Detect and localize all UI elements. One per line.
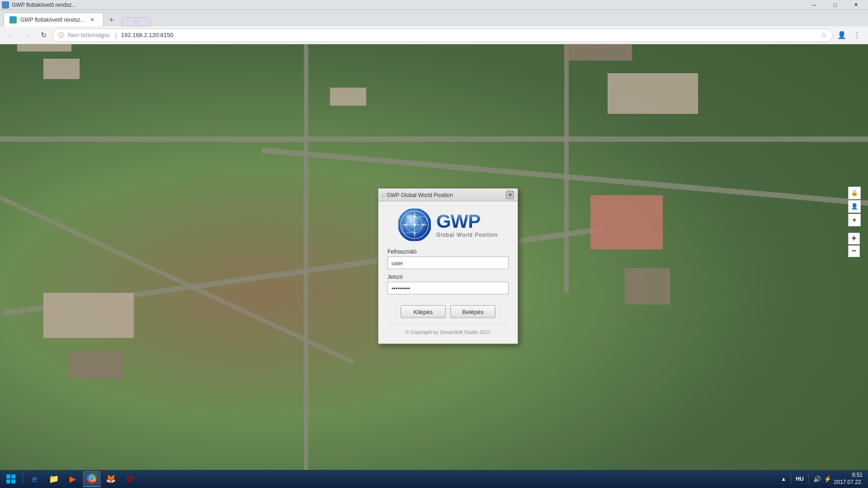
gwp-logo: GWP Global World Position xyxy=(398,209,498,241)
zoom-in-button[interactable]: + xyxy=(848,233,860,244)
system-clock[interactable]: 8:51 2017.07.22. xyxy=(834,472,863,486)
forward-button[interactable]: → xyxy=(20,28,34,42)
map-lock-icon[interactable]: 🔒 xyxy=(848,187,861,199)
firefox-button[interactable]: 🦊 xyxy=(102,471,120,487)
language-indicator[interactable]: HU xyxy=(796,476,803,482)
taskbar-divider-2 xyxy=(791,474,791,484)
new-tab-button[interactable]: + xyxy=(105,14,118,26)
other-tab-item[interactable] xyxy=(122,17,135,26)
back-button[interactable]: ← xyxy=(4,28,18,42)
start-button[interactable] xyxy=(2,471,20,487)
chrome-button[interactable] xyxy=(83,471,101,487)
taskbar-divider-1 xyxy=(23,474,23,484)
svg-rect-12 xyxy=(6,474,10,479)
tab-favicon-icon xyxy=(9,16,17,23)
svg-point-11 xyxy=(413,224,416,226)
password-label: Jelszó xyxy=(387,274,509,280)
forward-icon: → xyxy=(24,31,31,39)
tab-title-text: GWP flottakövető rendsz... xyxy=(20,17,85,23)
volume-icon[interactable]: 🔊 xyxy=(813,475,821,483)
address-input[interactable] xyxy=(121,32,817,38)
nav-right-icons: 👤 ⋮ xyxy=(835,28,864,42)
media-icon: ▶ xyxy=(67,474,78,484)
dialog-close-icon: ✕ xyxy=(508,192,512,198)
settings-button[interactable]: ⋮ xyxy=(850,28,864,42)
clock-time: 8:51 xyxy=(852,472,863,479)
map-star-icon[interactable]: ★ xyxy=(848,214,861,226)
dialog-footer: © Copyright by SimonSoft Stúdió 2017 xyxy=(387,324,509,335)
maximize-button[interactable]: □ xyxy=(825,0,845,10)
dialog-close-button[interactable]: ✕ xyxy=(506,191,514,199)
windows-icon xyxy=(5,474,16,484)
tab-close-button[interactable]: ✕ xyxy=(89,16,96,23)
taskbar-right: ▲ HU 🔊 ⚡ 8:51 2017.07.22. xyxy=(781,472,866,486)
svg-rect-13 xyxy=(11,474,15,479)
ie-button[interactable]: e xyxy=(26,471,44,487)
chrome-icon xyxy=(86,473,97,484)
dialog-title: :: GWP Global World Position xyxy=(382,192,453,198)
svg-rect-14 xyxy=(6,479,10,483)
login-button[interactable]: Belépés xyxy=(450,305,495,318)
dialog-body: GWP Global World Position Felhasználó Je… xyxy=(378,202,518,344)
opera-button[interactable]: O xyxy=(121,471,139,487)
map-person-icon[interactable]: 👤 xyxy=(848,200,861,213)
explorer-icon: 📁 xyxy=(48,474,59,484)
bookmark-icon[interactable]: ☆ xyxy=(821,31,827,39)
explorer-button[interactable]: 📁 xyxy=(45,471,63,487)
zoom-out-button[interactable]: − xyxy=(848,245,860,257)
opera-icon: O xyxy=(124,474,135,484)
gwp-text-container: GWP Global World Position xyxy=(436,212,498,238)
globe-icon xyxy=(398,209,431,241)
back-icon: ← xyxy=(7,31,14,39)
dialog-titlebar: :: GWP Global World Position ✕ xyxy=(378,189,518,202)
dialog-buttons: Kilépés Belépés xyxy=(387,305,509,318)
username-input[interactable] xyxy=(387,257,509,269)
gwp-brand-text: GWP xyxy=(436,212,480,231)
other-tab-item2[interactable] xyxy=(137,17,151,26)
tab-favicon xyxy=(2,1,9,9)
power-icon[interactable]: ⚡ xyxy=(824,475,831,483)
username-group: Felhasználó xyxy=(387,249,509,269)
gwp-subtitle-text: Global World Position xyxy=(436,232,498,238)
browser-tab[interactable]: GWP flottakövető rendsz... ✕ xyxy=(4,13,104,26)
title-bar-text: GWP flottakövető rendsz... xyxy=(12,2,76,8)
password-group: Jelszó xyxy=(387,274,509,295)
minimize-button[interactable]: ─ xyxy=(804,0,825,10)
user-profile-button[interactable]: 👤 xyxy=(835,28,849,42)
system-tray: ▲ xyxy=(781,476,786,482)
login-dialog: :: GWP Global World Position ✕ xyxy=(378,188,518,344)
reload-icon: ↻ xyxy=(41,31,47,39)
firefox-icon: 🦊 xyxy=(105,474,116,484)
reload-button[interactable]: ↻ xyxy=(36,28,51,42)
copyright-text: © Copyright by SimonSoft Stúdió 2017 xyxy=(406,329,491,335)
security-icon: ⓘ xyxy=(58,31,64,39)
ie-icon: e xyxy=(29,474,40,484)
separator: | xyxy=(115,32,117,38)
username-label: Felhasználó xyxy=(387,249,509,255)
clock-date: 2017.07.22. xyxy=(834,479,863,486)
svg-rect-15 xyxy=(11,479,15,483)
svg-point-19 xyxy=(90,477,94,480)
password-input[interactable] xyxy=(387,282,509,295)
cancel-button[interactable]: Kilépés xyxy=(401,305,446,318)
media-button[interactable]: ▶ xyxy=(64,471,82,487)
tray-arrow-icon[interactable]: ▲ xyxy=(781,476,786,482)
taskbar-divider-3 xyxy=(808,474,809,484)
close-button[interactable]: ✕ xyxy=(845,0,866,10)
security-label: Nem biztonságos xyxy=(68,32,110,38)
address-bar-container: ⓘ Nem biztonságos | ☆ xyxy=(52,28,833,42)
